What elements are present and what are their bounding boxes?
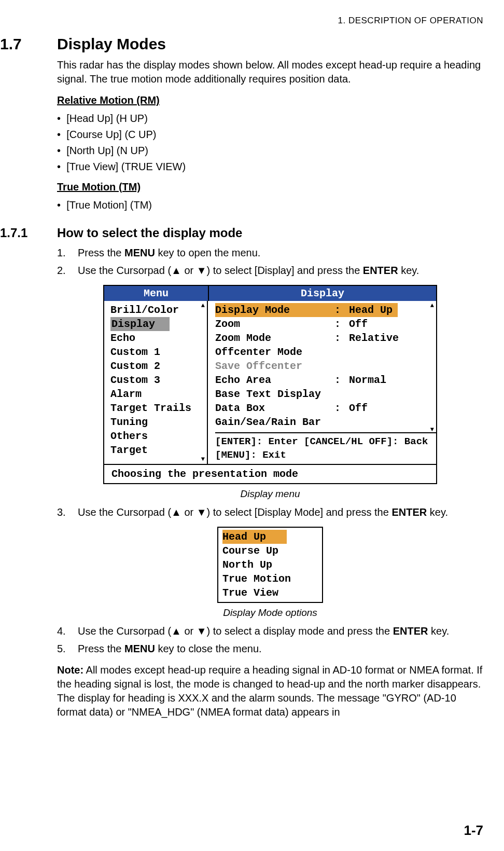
rm-item-2: [North Up] (N UP) [66,145,148,156]
option-item[interactable]: True Motion [218,572,322,586]
t: Use the Cursorpad ( [78,265,171,276]
rm-item-0: [Head Up] (H UP) [66,113,148,124]
right-row[interactable]: Zoom: Off [215,317,436,331]
t: ) to select a display mode and press the [207,625,393,637]
step-number: 2. [57,263,78,278]
note-text: All modes except head-up require a headi… [57,664,482,718]
up-arrow-icon: ▲ [171,265,181,276]
subsection-heading: 1.7.1 How to select the display mode [0,226,483,240]
down-arrow-icon: ▼ [197,506,207,518]
up-arrow-icon: ▲ [171,625,181,637]
key-menu: MENU [124,247,155,258]
menu-body: ▲ Brill/Color Display Echo Custom 1 Cust… [104,301,436,464]
subsection-title: How to select the display mode [57,226,242,240]
menu-head-left: Menu [104,286,209,301]
t: key. [427,506,448,518]
t: Zoom Mode [215,331,334,345]
rm-bullet: • [Course Up] (C UP) [57,129,483,141]
menu-item[interactable]: Brill/Color [110,303,207,317]
t: Normal [349,373,436,387]
menu-item[interactable]: Target Trails [110,401,207,415]
option-item[interactable]: Course Up [218,544,322,558]
step-1: 1. Press the MENU key to open the menu. [57,245,483,260]
menu-item[interactable]: Echo [110,331,207,345]
tm-bullet: • [True Motion] (TM) [57,199,483,211]
t: or [181,625,197,637]
key-menu: MENU [124,643,155,654]
option-item-selected[interactable]: Head Up [218,530,322,544]
key-enter: ENTER [393,625,428,637]
menu-headers: Menu Display [104,286,436,301]
step-number: 1. [57,245,78,260]
display-menu-figure: Menu Display ▲ Brill/Color Display Echo … [57,285,483,500]
menu-item[interactable]: Target [110,443,207,457]
t: or [181,265,197,276]
t: Use the Cursorpad ( [78,625,171,637]
scroll-down-icon: ▼ [201,456,205,462]
t: key to close the menu. [155,643,262,654]
step-text: Press the MENU key to close the menu. [78,641,483,656]
page: 1. DESCRIPTION OF OPERATION 1.7 Display … [0,0,504,851]
options-figure: Head Up Course Up North Up True Motion T… [57,527,483,619]
menu-item[interactable]: Tuning [110,415,207,429]
menu-item[interactable]: Custom 3 [110,373,207,387]
menu-item[interactable]: Custom 2 [110,359,207,373]
t: Offcenter Mode [215,345,334,359]
right-row[interactable]: Zoom Mode: Relative [215,331,436,345]
hint-line: [MENU]: Exit [215,449,436,462]
menu-item[interactable]: Alarm [110,387,207,401]
section-number: 1.7 [0,35,57,53]
menu-head-right: Display [209,286,436,301]
t: Display Mode [215,303,334,317]
t: Press the [78,643,124,654]
menu-item[interactable]: Custom 1 [110,345,207,359]
menu-item-selected[interactable]: Display [110,317,207,331]
step-5: 5. Press the MENU key to close the menu. [57,641,483,656]
t: Use the Cursorpad ( [78,506,171,518]
menu-item[interactable]: Others [110,429,207,443]
t: key. [398,265,419,276]
option-item[interactable]: True View [218,586,322,600]
option-item[interactable]: North Up [218,558,322,572]
note-paragraph: Note: All modes except head-up require a… [57,663,483,719]
rm-item-1: [Course Up] (C UP) [66,129,156,140]
rm-bullet: • [Head Up] (H UP) [57,113,483,125]
intro-paragraph: This radar has the display modes shown b… [57,58,483,86]
right-row-highlight[interactable]: Display Mode: Head Up [215,303,436,317]
rm-bullet: • [True View] (TRUE VIEW) [57,161,483,173]
t: Off [349,317,436,331]
t: Press the [78,247,124,258]
step-3: 3. Use the Cursorpad (▲ or ▼) to select … [57,505,483,519]
t: Display [110,317,170,331]
figure-caption: Display Mode options [57,607,483,619]
right-row[interactable]: Offcenter Mode [215,345,436,359]
running-header: 1. DESCRIPTION OF OPERATION [0,16,483,26]
right-row[interactable]: Gain/Sea/Rain Bar [215,415,436,429]
right-row[interactable]: Data Box: Off [215,401,436,415]
page-number: 1-7 [464,822,483,839]
tm-item-0: [True Motion] (TM) [66,199,152,211]
step-text: Use the Cursorpad (▲ or ▼) to select [Di… [78,263,483,278]
step-text: Use the Cursorpad (▲ or ▼) to select [Di… [78,505,483,519]
t: Data Box [215,401,334,415]
right-row[interactable]: Base Text Display [215,387,436,401]
scroll-down-icon: ▼ [430,427,434,433]
t: ) to select [Display Mode] and press the [207,506,392,518]
t: key to open the menu. [155,247,260,258]
menu-right-column: ▲ Display Mode: Head Up Zoom: Off Zoom M… [208,301,436,464]
menu-footer: Choosing the presentation mode [104,464,436,483]
section-heading: 1.7 Display Modes [0,35,483,53]
scroll-up-icon: ▲ [430,303,434,309]
step-number: 3. [57,505,78,519]
up-arrow-icon: ▲ [171,506,181,518]
t: Gain/Sea/Rain Bar [215,415,334,429]
down-arrow-icon: ▼ [197,265,207,276]
key-enter: ENTER [363,265,398,276]
right-row[interactable]: Echo Area: Normal [215,373,436,387]
rm-heading: Relative Motion (RM) [57,94,483,106]
t: or [181,506,197,518]
t: Echo Area [215,373,334,387]
key-enter: ENTER [391,506,427,518]
t: ) to select [Display] and press the [207,265,363,276]
rm-item-3: [True View] (TRUE VIEW) [66,161,186,172]
